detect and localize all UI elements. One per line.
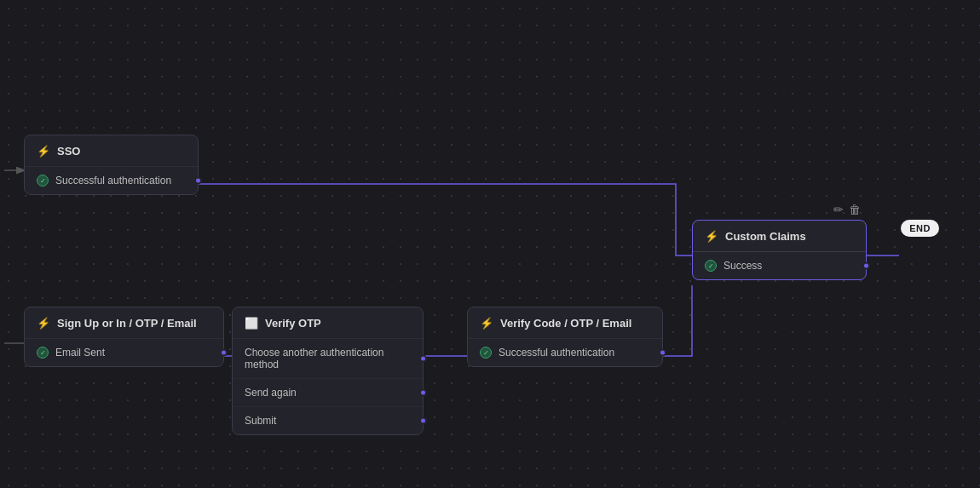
signup-node-header: ⚡ Sign Up or In / OTP / Email xyxy=(25,307,223,339)
custom-claims-header: ⚡ Custom Claims xyxy=(693,221,866,252)
signup-email-row: Email Sent xyxy=(25,339,223,366)
sso-title: SSO xyxy=(57,145,80,158)
verify-otp-submit-label: Submit xyxy=(245,415,276,427)
verify-code-title: Verify Code / OTP / Email xyxy=(500,317,631,330)
sso-auth-label: Successful authentication xyxy=(55,175,171,187)
verify-otp-choose-row: Choose another authentication method xyxy=(233,339,423,379)
custom-claims-status-dot xyxy=(705,260,717,272)
signup-icon: ⚡ xyxy=(37,316,50,330)
verify-otp-choose-conn-right xyxy=(419,355,427,363)
custom-claims-success-row: Success xyxy=(693,252,866,279)
sso-node-header: ⚡ SSO xyxy=(25,135,198,167)
sso-status-dot xyxy=(37,175,49,187)
verify-code-node: ⚡ Verify Code / OTP / Email Successful a… xyxy=(467,307,663,367)
verify-code-auth-row: Successful authentication xyxy=(468,339,662,366)
custom-claims-success-conn-right xyxy=(862,262,870,270)
verify-code-auth-conn-right xyxy=(659,349,666,357)
signup-node: ⚡ Sign Up or In / OTP / Email Email Sent xyxy=(24,307,224,367)
custom-claims-title: Custom Claims xyxy=(725,230,806,243)
sso-icon: ⚡ xyxy=(37,144,50,158)
custom-claims-icon: ⚡ xyxy=(705,229,718,243)
verify-otp-choose-label: Choose another authentication method xyxy=(245,347,411,370)
signup-status-dot xyxy=(37,347,49,359)
signup-title: Sign Up or In / OTP / Email xyxy=(57,317,197,330)
sso-node: ⚡ SSO Successful authentication xyxy=(24,135,199,195)
custom-claims-success-label: Success xyxy=(723,260,762,272)
verify-code-icon: ⚡ xyxy=(480,316,493,330)
signup-email-label: Email Sent xyxy=(55,347,105,359)
verify-code-status-dot xyxy=(480,347,492,359)
verify-otp-title: Verify OTP xyxy=(265,317,321,330)
signup-email-conn-right xyxy=(220,349,228,357)
verify-otp-header: ⬜ Verify OTP xyxy=(233,307,423,339)
verify-otp-send-conn-right xyxy=(419,389,427,397)
verify-otp-submit-conn-right xyxy=(419,417,427,425)
sso-auth-conn-right xyxy=(194,177,202,185)
custom-claims-actions: ✏ 🗑 xyxy=(833,203,861,216)
delete-icon[interactable]: 🗑 xyxy=(849,203,861,216)
end-badge: END xyxy=(901,220,939,237)
verify-otp-send-label: Send again xyxy=(245,387,297,399)
verify-otp-submit-row: Submit xyxy=(233,407,423,434)
verify-code-header: ⚡ Verify Code / OTP / Email xyxy=(468,307,662,339)
verify-otp-icon: ⬜ xyxy=(245,316,258,330)
verify-otp-send-row: Send again xyxy=(233,379,423,407)
custom-claims-node: ⚡ Custom Claims Success xyxy=(692,220,867,280)
edit-icon[interactable]: ✏ xyxy=(833,203,844,216)
sso-auth-row: Successful authentication xyxy=(25,167,198,194)
verify-otp-node: ⬜ Verify OTP Choose another authenticati… xyxy=(232,307,424,435)
verify-code-auth-label: Successful authentication xyxy=(499,347,614,359)
